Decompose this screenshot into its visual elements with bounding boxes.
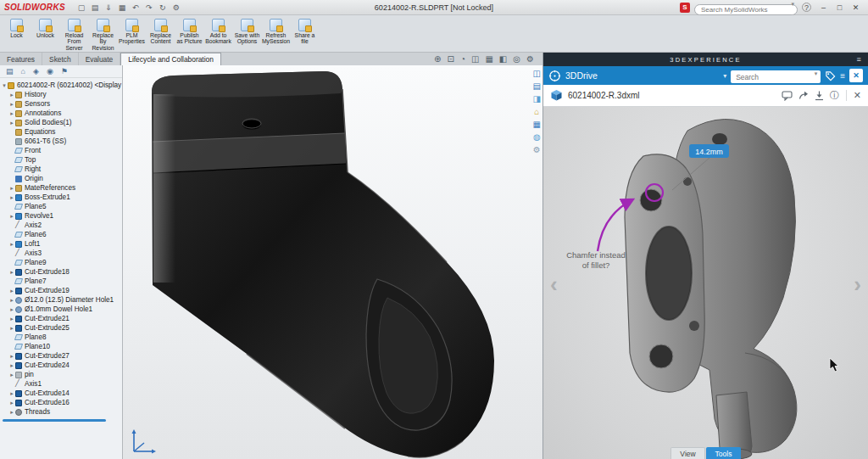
- panel-hamburger-icon[interactable]: ≡: [840, 71, 845, 81]
- feature-tree-item[interactable]: ▸ Sensors: [0, 99, 122, 109]
- close-button[interactable]: ✕: [848, 1, 864, 14]
- feature-tree-item[interactable]: Axis2: [0, 221, 122, 230]
- app-dropdown-icon[interactable]: ▾: [723, 72, 726, 80]
- feature-tree-item[interactable]: ▸ Annotations: [0, 109, 122, 118]
- feature-tree-item[interactable]: ▸ Ø12.0 (12.5) Diameter Hole1: [0, 295, 122, 305]
- commandmanager-tab[interactable]: Lifecycle and Collaboration: [120, 53, 221, 65]
- commandmanager-tab[interactable]: Sketch: [42, 53, 79, 65]
- main-3d-model[interactable]: [123, 65, 542, 459]
- expand-arrow-icon[interactable]: ▾: [1, 82, 8, 88]
- minimize-button[interactable]: –: [815, 1, 832, 14]
- feature-tree-item[interactable]: Equations: [0, 127, 122, 137]
- feature-tree-item[interactable]: ▸ Threads: [0, 407, 122, 417]
- download-icon[interactable]: [814, 90, 825, 101]
- expand-arrow-icon[interactable]: ▸: [8, 353, 15, 359]
- panel-search-input[interactable]: [731, 70, 821, 83]
- expand-arrow-icon[interactable]: ▸: [8, 297, 15, 303]
- previous-item-chevron[interactable]: ‹: [550, 273, 558, 295]
- feature-tree-item[interactable]: Top: [0, 155, 122, 165]
- dimxpertmanager-icon[interactable]: ◉: [47, 68, 53, 76]
- feature-tree-item[interactable]: ▸ Cut-Extrude27: [0, 351, 122, 361]
- feature-tree-item[interactable]: ▸ MateReferences: [0, 183, 122, 193]
- expand-arrow-icon[interactable]: ▸: [8, 213, 15, 219]
- feature-tree-item[interactable]: ▸ Cut-Extrude14: [0, 389, 122, 398]
- configurationmanager-icon[interactable]: ◈: [33, 68, 39, 76]
- displaymanager-icon[interactable]: ⚑: [61, 68, 68, 76]
- panel-close-button[interactable]: ✕: [849, 69, 863, 82]
- display-style-icon[interactable]: ◧: [499, 55, 507, 64]
- feature-tree-item[interactable]: ▸ pin: [0, 370, 122, 379]
- feature-tree-item[interactable]: ▸ Cut-Extrude24: [0, 361, 122, 370]
- feature-tree-item[interactable]: Plane5: [0, 202, 122, 211]
- preview-viewport[interactable]: 14.2mm Chamfer instead of fillet? ‹ › Vi…: [543, 107, 868, 459]
- expand-arrow-icon[interactable]: ▸: [8, 101, 15, 107]
- compass-icon[interactable]: [548, 70, 561, 82]
- save-icon[interactable]: ⇓: [102, 1, 115, 14]
- hide-show-items-icon[interactable]: ◎: [513, 55, 520, 64]
- feature-tree-item[interactable]: Plane6: [0, 230, 122, 239]
- options-icon[interactable]: ⚙: [170, 1, 183, 14]
- ribbon-button[interactable]: Replace Content: [147, 17, 175, 50]
- feature-tree-item[interactable]: ▸ Cut-Extrude16: [0, 398, 122, 407]
- redo-icon[interactable]: ↷: [142, 1, 156, 14]
- expand-arrow-icon[interactable]: ▸: [8, 185, 15, 191]
- feature-tree-item[interactable]: Plane7: [0, 277, 122, 286]
- help-icon[interactable]: ?: [802, 3, 811, 12]
- 3dexperience-taskpane-icon[interactable]: ◫: [533, 70, 541, 78]
- previous-view-icon[interactable]: ◔: [460, 55, 465, 64]
- graphics-area[interactable]: ◫▤◨⌂▦◍⚙: [123, 65, 542, 459]
- expand-arrow-icon[interactable]: ▸: [8, 92, 15, 98]
- zoom-to-fit-icon[interactable]: ⊕: [434, 55, 441, 64]
- ribbon-button[interactable]: Unlock: [31, 17, 59, 50]
- feature-tree-item[interactable]: Plane10: [0, 342, 122, 351]
- view-settings-icon[interactable]: ⚙: [526, 55, 534, 64]
- panel-bottom-tab[interactable]: Tools: [706, 447, 741, 459]
- tag-icon[interactable]: [825, 70, 836, 81]
- preview-3d-model[interactable]: 14.2mm Chamfer instead of fillet?: [543, 107, 868, 459]
- expand-arrow-icon[interactable]: ▸: [8, 194, 15, 200]
- feature-tree-item[interactable]: ▸ Cut-Extrude19: [0, 286, 122, 295]
- expand-arrow-icon[interactable]: ▸: [8, 316, 15, 322]
- mysolidworks-search-input[interactable]: [694, 4, 798, 15]
- feature-tree-item[interactable]: ▸ Boss-Extrude1: [0, 193, 122, 202]
- view-palette-icon[interactable]: ▦: [533, 120, 541, 129]
- print-icon[interactable]: ▦: [115, 1, 129, 14]
- ribbon-button[interactable]: Share a file: [291, 17, 319, 50]
- custom-properties-icon[interactable]: ⚙: [533, 146, 541, 154]
- feature-tree-item[interactable]: 6061-T6 (SS): [0, 137, 122, 146]
- new-document-icon[interactable]: ▢: [75, 1, 88, 14]
- feature-tree-item[interactable]: Axis1: [0, 379, 122, 389]
- feature-tree-item[interactable]: ▸ History: [0, 90, 122, 99]
- feature-tree-item[interactable]: Front: [0, 146, 122, 155]
- feature-tree-item[interactable]: Plane9: [0, 258, 122, 267]
- ribbon-button[interactable]: Refresh MySession: [262, 17, 290, 50]
- annotation-text[interactable]: Chamfer instead of fillet?: [566, 250, 626, 270]
- ribbon-button[interactable]: PLM Properties: [118, 17, 146, 50]
- app-switcher[interactable]: 3DDrive: [565, 70, 598, 81]
- expand-arrow-icon[interactable]: ▸: [8, 110, 15, 116]
- maximize-button[interactable]: □: [832, 1, 848, 14]
- ribbon-button[interactable]: Add to Bookmark: [204, 17, 232, 50]
- expand-arrow-icon[interactable]: ▸: [8, 400, 15, 406]
- expand-arrow-icon[interactable]: ▸: [8, 409, 15, 415]
- close-file-icon[interactable]: ✕: [854, 90, 861, 101]
- appearances-icon[interactable]: ◍: [533, 133, 541, 142]
- panel-search-dropdown-icon[interactable]: ▾: [815, 70, 818, 77]
- ribbon-button[interactable]: Lock: [3, 17, 31, 50]
- propertymanager-icon[interactable]: ⌂: [21, 68, 25, 76]
- commandmanager-tab[interactable]: Evaluate: [79, 53, 121, 65]
- feature-tree-item[interactable]: Right: [0, 165, 122, 174]
- info-icon[interactable]: ⓘ: [830, 89, 839, 102]
- feature-tree-item[interactable]: ▾ 60214002-R (60214002) <Display St: [0, 81, 122, 90]
- expand-arrow-icon[interactable]: ▸: [8, 325, 15, 331]
- ribbon-button[interactable]: Save with Options: [233, 17, 261, 50]
- feature-tree-item[interactable]: ▸ Cut-Extrude21: [0, 314, 122, 323]
- feature-tree-item[interactable]: ▸ Cut-Extrude18: [0, 267, 122, 277]
- feature-tree-item[interactable]: Axis3: [0, 249, 122, 258]
- expand-arrow-icon[interactable]: ▸: [8, 306, 15, 312]
- feature-tree-item[interactable]: Plane8: [0, 333, 122, 342]
- expand-arrow-icon[interactable]: ▸: [8, 372, 15, 378]
- feature-tree-item[interactable]: ▸ Revolve1: [0, 211, 122, 221]
- 3dexperience-badge-icon[interactable]: S: [680, 3, 690, 13]
- comments-icon[interactable]: [782, 90, 793, 101]
